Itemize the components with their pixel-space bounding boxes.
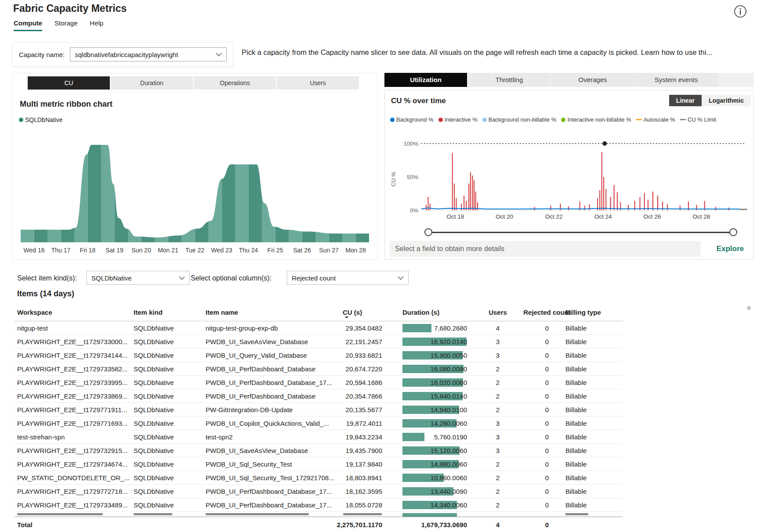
col-header-cu-s[interactable]: CU (s) xyxy=(343,309,395,316)
legend-sqldbnative[interactable]: SQLDbNative xyxy=(19,116,63,123)
utilization-tab-throttling[interactable]: Throttling xyxy=(468,73,551,87)
clipped-text xyxy=(565,513,588,515)
total-label: Total xyxy=(17,517,130,532)
table-row[interactable]: test-strehan-spnSQLDbNativetest-spn219,8… xyxy=(14,430,623,444)
table-row[interactable]: PLAYWRIGHT_E2E__t1729733489...SQLDbNativ… xyxy=(14,498,623,512)
duration-bar xyxy=(402,513,457,517)
legend-interactive[interactable]: Interactive % xyxy=(438,116,478,123)
time-range-slider[interactable] xyxy=(424,227,737,237)
duration-value: 5,760.0190 xyxy=(434,430,467,444)
cell-cu: 18,162.3595 xyxy=(321,485,382,498)
utilization-tab-overages[interactable]: Overages xyxy=(551,73,634,87)
svg-text:Wed 16: Wed 16 xyxy=(24,247,45,254)
table-row[interactable]: PW_STATIC_DONOTDELETE_OR_...SQLDbNativeP… xyxy=(14,471,623,485)
legend-interactive-non-billable[interactable]: Interactive non-billable % xyxy=(561,116,631,123)
scale-logarithmic-button[interactable]: Logarithmic xyxy=(702,95,751,106)
cell-users: 4 xyxy=(476,321,520,335)
capacity-name-dropdown[interactable]: sqldbnativefabriccapacityplaywright xyxy=(70,47,227,61)
ribbon-chart[interactable]: Wed 16Thu 17Fri 18Sat 19Sun 20Mon 21Tue … xyxy=(16,126,373,258)
table-row[interactable]: PLAYWRIGHT_E2E__t1729734674...SQLDbNativ… xyxy=(14,457,623,471)
cell-users: 3 xyxy=(476,349,520,362)
col-header-item-name[interactable]: Item name xyxy=(206,309,338,316)
metric-tab-duration[interactable]: Duration xyxy=(111,76,193,90)
cell-billing-type: Billable xyxy=(565,321,620,335)
cell-cu: 20,135.5677 xyxy=(321,403,382,417)
metric-tab-strip: CUDurationOperationsUsers xyxy=(28,76,359,90)
table-row[interactable]: PLAYWRIGHT_E2E__t1729771693...SQLDbNativ… xyxy=(14,417,623,430)
table-row[interactable]: PLAYWRIGHT_E2E__t1729733869...SQLDbNativ… xyxy=(14,389,623,403)
col-header-duration-s[interactable]: Duration (s) xyxy=(402,309,467,316)
table-row[interactable]: PLAYWRIGHT_E2E__t1729732915...SQLDbNativ… xyxy=(14,444,623,457)
tab-storage[interactable]: Storage xyxy=(54,19,78,31)
metric-tab-operations[interactable]: Operations xyxy=(194,76,276,90)
item-kind-filter-label: Select item kind(s): xyxy=(17,274,77,282)
metric-tab-users[interactable]: Users xyxy=(277,76,359,90)
cu-percent-chart[interactable]: 100%50%0%CU %Oct 18Oct 20Oct 22Oct 24Oct… xyxy=(388,126,749,221)
cell-workspace: PLAYWRIGHT_E2E__t1729733489... xyxy=(17,498,130,512)
table-row[interactable]: PLAYWRIGHT_E2E__t1729771911...SQLDbNativ… xyxy=(14,403,623,417)
metric-tab-cu[interactable]: CU xyxy=(28,76,110,90)
cell-users: 2 xyxy=(476,376,520,389)
duration-value: 10,860.0060 xyxy=(431,471,467,485)
legend-background-non-billable[interactable]: Background non-billable % xyxy=(482,116,557,123)
cell-billing-type: Billable xyxy=(565,430,620,444)
duration-value: 16,080.0080 xyxy=(431,362,467,376)
col-header-users[interactable]: Users xyxy=(476,309,520,316)
cell-item-name: PWDB_UI_Query_Valid_Database xyxy=(206,349,338,362)
info-icon[interactable] xyxy=(733,4,747,18)
table-row[interactable]: PLAYWRIGHT_E2E__t1729772718...SQLDbNativ… xyxy=(14,485,623,498)
ribbon-panel: CUDurationOperationsUsers Multi metric r… xyxy=(12,73,378,260)
col-header-item-kind[interactable]: Item kind xyxy=(134,309,202,316)
clipped-text xyxy=(134,513,172,515)
cell-item-name: PWDB_UI_PerfDashboard_Database xyxy=(206,389,338,403)
cell-item-name: PWDB_UI_SaveAsView_Database xyxy=(206,444,338,457)
cell-billing-type: Billable xyxy=(565,349,620,362)
tab-compute[interactable]: Compute xyxy=(14,19,42,31)
table-row[interactable]: nitgup-testSQLDbNativenitgup-test-group-… xyxy=(14,321,623,335)
cell-workspace: nitgup-test xyxy=(17,321,130,335)
col-header-workspace[interactable]: Workspace xyxy=(17,309,130,316)
table-row[interactable]: PLAYWRIGHT_E2E__t1729733000...SQLDbNativ… xyxy=(14,335,623,349)
cell-cu: 19,435.7900 xyxy=(321,444,382,457)
duration-value: 15,840.0140 xyxy=(431,389,467,403)
legend-autoscale[interactable]: Autoscale % xyxy=(636,116,675,123)
table-row[interactable]: PLAYWRIGHT_E2E__t1729733995...SQLDbNativ… xyxy=(14,376,623,389)
cu-over-time-title: CU % over time xyxy=(391,97,446,105)
svg-text:Tue 22: Tue 22 xyxy=(185,247,204,254)
col-header-billing-type[interactable]: Billing type xyxy=(565,309,620,316)
optional-columns-dropdown[interactable]: Rejected count xyxy=(287,271,409,285)
utilization-tab-utilization[interactable]: Utilization xyxy=(384,73,467,87)
scale-linear-button[interactable]: Linear xyxy=(669,95,702,106)
cell-users: 2 xyxy=(476,403,520,417)
table-row[interactable]: PLAYWRIGHT_E2E__t1729734144...SQLDbNativ… xyxy=(14,349,623,362)
svg-text:Wed 23: Wed 23 xyxy=(211,247,232,254)
page-title: Fabric Capacity Metrics xyxy=(13,3,127,14)
cell-cu: 19,137.9840 xyxy=(321,457,382,471)
legend-cu-limit[interactable]: CU % Limit xyxy=(680,116,716,123)
slider-handle-right[interactable] xyxy=(729,228,737,236)
chevron-down-icon xyxy=(398,276,404,280)
table-row[interactable]: PLAYWRIGHT_E2E__t1729733582...SQLDbNativ… xyxy=(14,362,623,376)
cell-item-name: test-spn2 xyxy=(206,430,338,444)
legend-background[interactable]: Background % xyxy=(390,116,434,123)
cell-item-kind: SQLDbNative xyxy=(134,335,202,349)
cell-item-name: PWDB_UI_Copilot_QuickActions_Valid_... xyxy=(206,417,338,430)
svg-text:50%: 50% xyxy=(407,174,418,180)
cell-cu: 29,354.0482 xyxy=(321,321,382,335)
scrollbar-thumb[interactable] xyxy=(747,306,751,310)
duration-bar xyxy=(402,433,424,441)
cell-billing-type: Billable xyxy=(565,417,620,430)
utilization-panel: UtilizationThrottlingOveragesSystem even… xyxy=(384,73,754,260)
slider-handle-left[interactable] xyxy=(424,228,432,236)
cell-billing-type: Billable xyxy=(565,457,620,471)
cell-item-kind: SQLDbNative xyxy=(134,485,202,498)
item-kind-dropdown[interactable]: SQLDbNative xyxy=(87,271,190,285)
utilization-tab-system-events[interactable]: System events xyxy=(635,73,717,87)
cell-duration: 13,440.0090 xyxy=(402,485,467,498)
tab-help[interactable]: Help xyxy=(90,19,104,31)
dot-swatch-icon xyxy=(390,118,395,122)
cell-item-kind: SQLDbNative xyxy=(134,376,202,389)
svg-text:Thu 24: Thu 24 xyxy=(239,247,258,254)
explore-button[interactable]: Explore xyxy=(717,241,744,257)
cell-workspace: PLAYWRIGHT_E2E__t1729771693... xyxy=(17,417,130,430)
